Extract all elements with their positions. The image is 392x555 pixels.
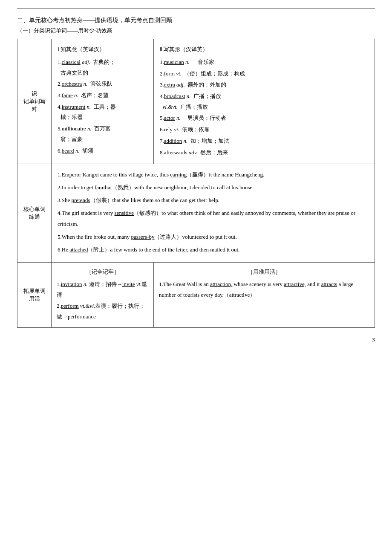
word-4: 4.instrument n. 工具；器 械；乐器 [58, 102, 147, 123]
expand-sentence-1: 1.The Great Wall is an attraction, whose… [159, 279, 369, 300]
expand-left-cell: ［记全记牢］ 1.invitation n. 邀请；招待→invite vt.邀… [52, 263, 154, 327]
rword-3: 3.extra adj. 额外的；外加的 [160, 80, 369, 90]
sentence-2: 2.In order to get familiar（熟悉）with the n… [58, 182, 369, 193]
word-3: 3.fame n. 名声；名望 [58, 90, 147, 101]
expand-right-header: ［用准用活］ [159, 267, 369, 278]
section-title: 二、单元核心考点初热身——提供语境，单元考点自测回顾 [17, 17, 375, 24]
rword-4: 4.broadcast n. 广播；播放 vi.&vt. 广播；播放 [160, 91, 369, 112]
table-row-2: 核心单词练通 1.Emperor Kangxi came to this vil… [17, 164, 375, 263]
rword-7: 7.addition n. 加；增加；加法 [160, 136, 369, 147]
expand-left-header: ［记全记牢］ [57, 267, 148, 278]
page-number: 3 [17, 336, 375, 343]
word-6: 6.beard n. 胡须 [58, 146, 147, 156]
word-2: 2.orchestra n. 管弦乐队 [58, 79, 147, 90]
sentences-cell: 1.Emperor Kangxi came to this village tw… [52, 164, 375, 263]
expand-word-1: 1.invitation n. 邀请；招待→invite vt.邀请 [57, 279, 148, 300]
word-1: 1.classical adj. 古典的； 古典文艺的 [58, 57, 147, 78]
rword-8: 8.afterwards adv. 然后；后来 [160, 147, 369, 158]
rword-2: 2.form vt. （使）组成；形成；构成 [160, 69, 369, 79]
expand-word-2: 2.perform vt.&vi.表演；履行；执行；做→performance [57, 301, 148, 322]
main-table: 识记单词写对 Ⅰ.知其意（英译汉） 1.classical adj. 古典的； … [17, 39, 375, 328]
row-label-2: 核心单词练通 [17, 164, 52, 263]
sentence-3: 3.She pretends（假装）that she likes them so… [58, 195, 369, 206]
top-divider [17, 9, 375, 9]
sentence-6: 6.He attached（附上）a few words to the end … [58, 244, 369, 255]
row-label-3: 拓展单词用活 [17, 263, 52, 327]
rword-5: 5.actor n. 男演员；行动者 [160, 113, 369, 124]
table-row-3: 拓展单词用活 ［记全记牢］ 1.invitation n. 邀请；招待→invi… [17, 263, 375, 327]
left-header: Ⅰ.知其意（英译汉） [58, 44, 147, 55]
sub-title: （一）分类识记单词——用时少·功效高 [17, 27, 375, 35]
rword-6: 6.rely vi. 依赖；依靠 [160, 124, 369, 135]
sentence-1: 1.Emperor Kangxi came to this village tw… [58, 169, 369, 180]
vocabulary-left-cell: Ⅰ.知其意（英译汉） 1.classical adj. 古典的； 古典文艺的 2… [52, 39, 154, 164]
expand-right-cell: ［用准用活］ 1.The Great Wall is an attraction… [154, 263, 375, 327]
sentence-4: 4.The girl student is very sensitive（敏感的… [58, 208, 369, 230]
table-row: 识记单词写对 Ⅰ.知其意（英译汉） 1.classical adj. 古典的； … [17, 39, 375, 164]
rword-1: 1.musician n. 音乐家 [160, 57, 369, 68]
word-5: 5.millionaire n. 百万富 翁；富豪 [58, 124, 147, 145]
row-label-1: 识记单词写对 [17, 39, 52, 164]
right-header: Ⅱ.写其形（汉译英） [160, 44, 369, 55]
sentence-5: 5.When the fire broke out, many passers-… [58, 231, 369, 243]
vocabulary-right-cell: Ⅱ.写其形（汉译英） 1.musician n. 音乐家 2.form vt. … [154, 39, 375, 164]
